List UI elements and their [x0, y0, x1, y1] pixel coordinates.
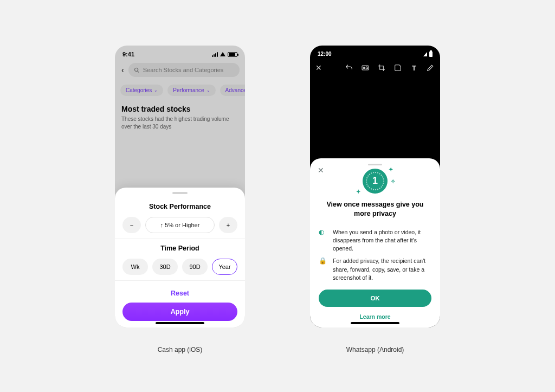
disappearing-icon: ◐	[319, 229, 326, 235]
performance-value-chip[interactable]: ↑ 5% or Higher	[145, 217, 215, 233]
time-period-30d[interactable]: 30D	[152, 259, 178, 275]
reset-button[interactable]: Reset	[122, 286, 237, 303]
status-time: 12:00	[318, 51, 332, 57]
sheet-grabber[interactable]	[368, 164, 382, 165]
sparkle-icon: ✦	[356, 189, 360, 195]
sparkle-icon: ✧	[391, 178, 395, 184]
editor-toolbar: ✕ T	[310, 59, 440, 76]
home-indicator[interactable]	[156, 322, 204, 324]
hd-icon[interactable]	[361, 63, 370, 72]
ios-phone: 9:41 ‹ Search Stocks and Categories Cate…	[115, 46, 245, 327]
sheet-title: View once messages give you more privacy	[321, 200, 429, 219]
caption-left: Cash app (iOS)	[158, 346, 203, 354]
sheet-section-title: Stock Performance	[122, 203, 237, 210]
home-indicator[interactable]	[351, 322, 399, 324]
bullet-text: When you send a photo or video, it disap…	[333, 228, 431, 253]
sticker-icon[interactable]	[393, 63, 402, 72]
signal-icon	[423, 52, 427, 56]
text-icon[interactable]: T	[410, 63, 418, 72]
sheet-close-icon[interactable]: ✕	[318, 166, 324, 175]
android-status-bar: 12:00	[310, 46, 440, 59]
caption-right: Whatsapp (Android)	[346, 346, 404, 354]
view-once-badge-icon: 1 ✦ ✦ ✧	[363, 169, 388, 194]
close-icon[interactable]: ✕	[315, 63, 322, 72]
sheet-grabber[interactable]	[172, 192, 188, 194]
filter-sheet: Stock Performance − ↑ 5% or Higher + Tim…	[115, 188, 245, 327]
draw-pencil-icon[interactable]	[426, 63, 435, 72]
android-phone: 12:00 ✕ T ✕	[310, 46, 440, 327]
crop-rotate-icon[interactable]	[377, 63, 386, 72]
apply-button[interactable]: Apply	[122, 303, 237, 321]
info-sheet: ✕ 1 ✦ ✦ ✧ View once messages give you mo…	[310, 158, 440, 327]
decrement-button[interactable]: −	[122, 217, 141, 233]
lock-icon: 🔒	[319, 258, 326, 264]
learn-more-link[interactable]: Learn more	[319, 313, 431, 320]
undo-icon[interactable]	[345, 63, 353, 72]
sheet-section-title: Time Period	[122, 245, 237, 252]
sparkle-icon: ✦	[389, 166, 393, 172]
bullet-text: For added privacy, the recipient can't s…	[333, 257, 431, 282]
time-period-year[interactable]: Year	[212, 259, 237, 275]
time-period-wk[interactable]: Wk	[122, 259, 148, 275]
increment-button[interactable]: +	[219, 217, 237, 233]
battery-icon	[429, 52, 433, 57]
ok-button[interactable]: OK	[319, 290, 431, 307]
time-period-90d[interactable]: 90D	[182, 259, 208, 275]
